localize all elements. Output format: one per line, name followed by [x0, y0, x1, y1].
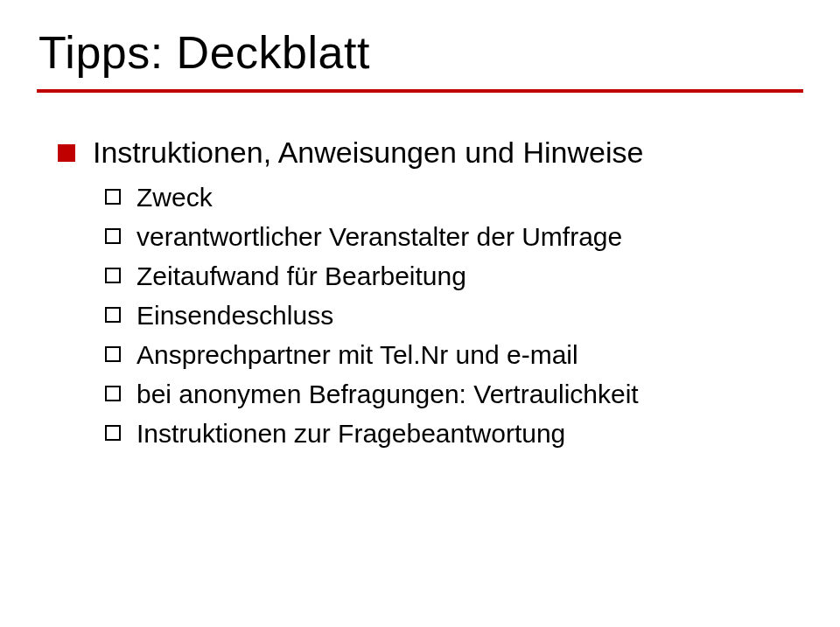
- item-text: bei anonymen Befragungen: Vertraulichkei…: [136, 377, 803, 411]
- hollow-square-icon: [105, 268, 121, 283]
- hollow-square-icon: [105, 346, 121, 362]
- hollow-square-icon: [105, 307, 121, 323]
- list-item: verantwortlicher Veranstalter der Umfrag…: [105, 219, 803, 254]
- item-text: verantwortlicher Veranstalter der Umfrag…: [136, 219, 803, 254]
- item-text: Zeitaufwand für Bearbeitung: [136, 259, 803, 293]
- slide-title: Tipps: Deckblatt: [38, 26, 803, 79]
- list-item: Einsendeschluss: [105, 298, 803, 332]
- hollow-square-icon: [105, 386, 121, 401]
- list-item: Instruktionen zur Fragebeantwortung: [105, 416, 803, 450]
- title-underline: [37, 89, 803, 93]
- content-body: Instruktionen, Anweisungen und Hinweise …: [37, 133, 803, 450]
- item-text: Einsendeschluss: [136, 298, 803, 332]
- hollow-square-icon: [105, 189, 121, 205]
- square-bullet-icon: [58, 144, 75, 162]
- list-item: Ansprechpartner mit Tel.Nr und e-mail: [105, 338, 803, 372]
- list-item: Instruktionen, Anweisungen und Hinweise: [58, 133, 803, 171]
- item-text: Zweck: [136, 180, 803, 214]
- item-text: Ansprechpartner mit Tel.Nr und e-mail: [136, 338, 803, 372]
- slide: Tipps: Deckblatt Instruktionen, Anweisun…: [0, 0, 840, 627]
- hollow-square-icon: [105, 425, 121, 441]
- heading-text: Instruktionen, Anweisungen und Hinweise: [93, 133, 803, 171]
- list-item: Zeitaufwand für Bearbeitung: [105, 259, 803, 293]
- list-item: Zweck: [105, 180, 803, 214]
- hollow-square-icon: [105, 228, 121, 244]
- list-item: bei anonymen Befragungen: Vertraulichkei…: [105, 377, 803, 411]
- item-text: Instruktionen zur Fragebeantwortung: [136, 416, 803, 450]
